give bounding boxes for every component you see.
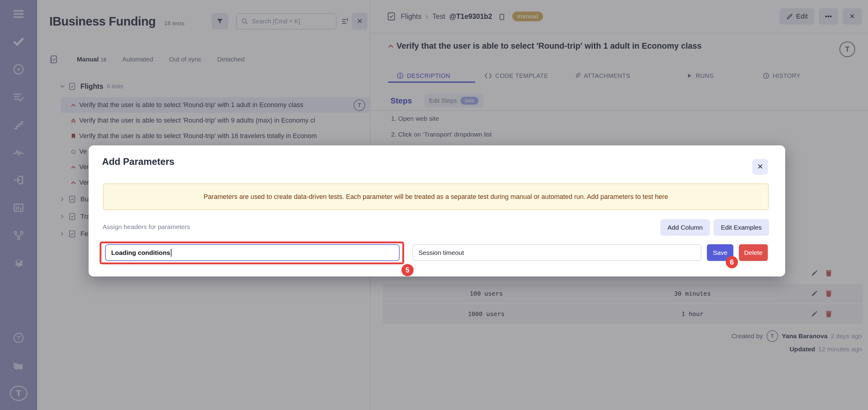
info-text: Parameters are used to create data-drive… <box>204 193 668 201</box>
annotation-badge-6: 6 <box>726 256 738 268</box>
modal-close-button[interactable]: ✕ <box>752 159 768 175</box>
info-banner: Parameters are used to create data-drive… <box>103 183 769 210</box>
assign-headers-link[interactable]: Assign headers for parameters <box>103 223 190 231</box>
delete-button[interactable]: Delete <box>739 244 768 261</box>
modal-title: Add Parameters <box>102 156 175 167</box>
annotation-badge-5: 5 <box>401 264 413 276</box>
annotation-box-5 <box>100 241 404 264</box>
app-screen: ? T IBusiness Funding 18 tests ✕ Manua <box>0 0 868 410</box>
add-column-button[interactable]: Add Column <box>660 219 710 236</box>
parameter-name-input-2[interactable] <box>412 244 702 261</box>
edit-examples-button[interactable]: Edit Examples <box>714 219 769 236</box>
